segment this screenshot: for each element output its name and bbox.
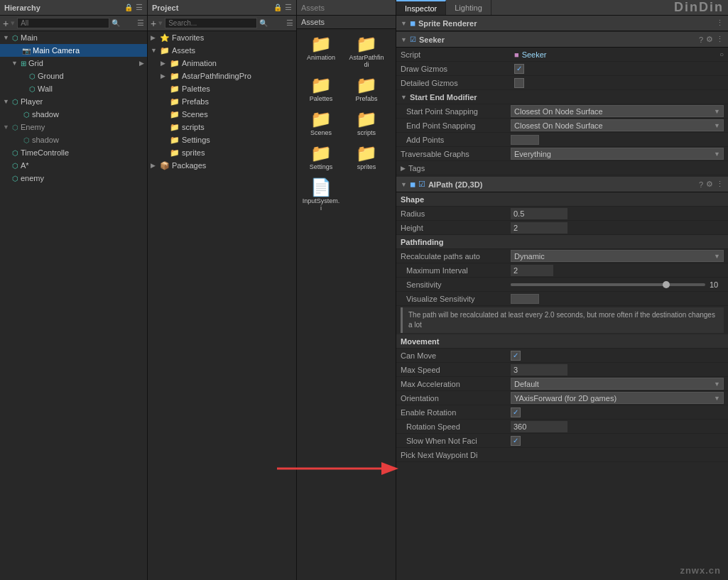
seeker-help-icon[interactable]: ? bbox=[699, 35, 703, 44]
list-item[interactable]: ⬡ A* bbox=[0, 159, 147, 172]
list-item[interactable]: ⬡ shadow bbox=[0, 133, 147, 146]
slow-when-not-facing-checkbox[interactable]: ✓ bbox=[511, 436, 521, 446]
list-item[interactable]: ⬡ shadow bbox=[0, 108, 147, 121]
start-point-snapping-dropdown[interactable]: Closest On Node Surface ▼ bbox=[511, 105, 724, 117]
tags-row: ▶ Tags bbox=[396, 161, 728, 175]
list-item[interactable]: ▼ ⬡ Main bbox=[0, 31, 147, 44]
inspector-panel-header: Inspector Lighting DinDin bbox=[396, 0, 728, 16]
toolbar-divider: ▾ bbox=[11, 18, 15, 28]
seeker-header[interactable]: ▼ ☑ Seeker ? ⚙ ⋮ bbox=[396, 32, 728, 48]
max-interval-input[interactable] bbox=[511, 265, 553, 276]
traversable-chevron-icon: ▼ bbox=[714, 151, 720, 158]
inspector-tab[interactable]: Inspector bbox=[396, 0, 446, 15]
enable-rotation-checkbox[interactable]: ✓ bbox=[511, 407, 521, 417]
asset-folder-sprites[interactable]: 📁 sprites bbox=[345, 141, 388, 173]
list-item[interactable]: 📁 Prefabs bbox=[148, 95, 296, 108]
asset-folder-settings[interactable]: 📁 Settings bbox=[300, 141, 342, 173]
max-acceleration-dropdown[interactable]: Default ▼ bbox=[511, 378, 724, 390]
seeker-draw-gizmos-checkbox[interactable]: ✓ bbox=[514, 64, 524, 74]
seeker-script-pick-icon[interactable]: ○ bbox=[719, 50, 724, 58]
aipath-menu-icon[interactable]: ⋮ bbox=[716, 180, 724, 189]
asset-file-inputsystem[interactable]: 📄 InputSystem.i bbox=[300, 175, 342, 214]
sensitivity-label: Sensitivity bbox=[401, 280, 511, 289]
start-point-snapping-row: Start Point Snapping Closest On Node Sur… bbox=[396, 104, 728, 119]
max-speed-row: Max Speed bbox=[396, 363, 728, 377]
asset-folder-scenes[interactable]: 📁 Scenes bbox=[300, 107, 342, 138]
asset-folder-palettes[interactable]: 📁 Palettes bbox=[300, 73, 342, 104]
max-interval-label: Maximum Interval bbox=[401, 266, 511, 275]
hierarchy-toolbar: + ▾ 🔍 ☰ bbox=[0, 16, 147, 31]
list-item[interactable]: 📷 Main Camera bbox=[0, 44, 147, 57]
asset-folder-prefabs[interactable]: 📁 Prefabs bbox=[345, 73, 388, 104]
aipath-enabled-checkbox[interactable]: ☑ bbox=[418, 180, 425, 189]
lighting-tab[interactable]: Lighting bbox=[446, 0, 491, 15]
list-item[interactable]: ▶ ⭐ Favorites bbox=[148, 31, 296, 44]
start-end-modifier-header[interactable]: ▼ Start End Modifier bbox=[396, 90, 728, 104]
list-item[interactable]: ▼ 📁 Assets bbox=[148, 44, 296, 57]
list-item[interactable]: ⬡ enemy bbox=[0, 172, 147, 185]
project-search-input[interactable] bbox=[165, 18, 257, 28]
visualize-sensitivity-row: Visualize Sensitivity bbox=[396, 292, 728, 306]
list-item[interactable]: ▼ ⊞ Grid ▶ bbox=[0, 57, 147, 70]
aipath-help-icon[interactable]: ? bbox=[699, 180, 703, 189]
seeker-arrow: ▼ bbox=[401, 36, 407, 43]
list-item[interactable]: 📁 Scenes bbox=[148, 108, 296, 121]
list-item[interactable]: ▼ ⬡ Player bbox=[0, 95, 147, 108]
project-lock-icon[interactable]: 🔒 bbox=[273, 4, 282, 11]
aipath-header[interactable]: ▼ ◼ ☑ AIPath (2D,3D) ? ⚙ ⋮ bbox=[396, 177, 728, 192]
seeker-menu-icon[interactable]: ⋮ bbox=[716, 35, 724, 44]
sensitivity-slider[interactable] bbox=[511, 283, 705, 286]
max-speed-input[interactable] bbox=[511, 364, 567, 376]
project-add-btn[interactable]: + bbox=[151, 18, 156, 29]
assets-grid-panel: Assets 📁 Animation 📁 AstarPathfindi 📁 Pa… bbox=[297, 16, 396, 580]
sprite-renderer-menu[interactable]: ⋮ bbox=[716, 18, 724, 28]
hierarchy-search-input[interactable] bbox=[17, 18, 109, 28]
radius-input[interactable] bbox=[511, 208, 567, 219]
hierarchy-menu-icon[interactable]: ☰ bbox=[136, 3, 143, 12]
add-btn[interactable]: + bbox=[3, 18, 9, 29]
end-point-snapping-dropdown[interactable]: Closest On Node Surface ▼ bbox=[511, 119, 724, 131]
aipath-settings-icon[interactable]: ⚙ bbox=[706, 180, 713, 189]
movement-title: Movement bbox=[401, 337, 439, 346]
asset-folder-scripts[interactable]: 📁 scripts bbox=[345, 107, 388, 138]
hierarchy-options-icon[interactable]: ☰ bbox=[137, 18, 144, 28]
project-menu-btn[interactable]: ☰ bbox=[286, 18, 293, 28]
project-menu-icon[interactable]: ☰ bbox=[285, 3, 292, 12]
sensitivity-slider-thumb[interactable] bbox=[663, 281, 670, 288]
can-move-checkbox[interactable]: ✓ bbox=[511, 351, 521, 361]
sprite-renderer-arrow: ▼ bbox=[401, 20, 407, 27]
rotation-speed-input[interactable] bbox=[511, 421, 567, 432]
list-item[interactable]: ▼ ⬡ Enemy bbox=[0, 121, 147, 133]
list-item[interactable]: ⬡ Wall bbox=[0, 82, 147, 95]
list-item[interactable]: 📁 scripts bbox=[148, 121, 296, 133]
list-item[interactable]: ⬡ TimeControlle bbox=[0, 146, 147, 159]
seeker-settings-icon[interactable]: ⚙ bbox=[706, 35, 713, 44]
hierarchy-panel-header: Hierarchy 🔒 ☰ bbox=[0, 0, 148, 16]
sprite-renderer-header[interactable]: ▼ ◼ Sprite Renderer ⋮ bbox=[396, 16, 728, 31]
seeker-detailed-gizmos-row: Detailed Gizmos bbox=[396, 76, 728, 90]
max-acceleration-chevron-icon: ▼ bbox=[714, 381, 720, 388]
list-item[interactable]: ⬡ Ground bbox=[0, 70, 147, 82]
project-panel: + ▾ 🔍 ☰ ▶ ⭐ Favorites ▼ 📁 Assets bbox=[148, 16, 297, 580]
asset-folder-astar[interactable]: 📁 AstarPathfindi bbox=[345, 32, 388, 70]
sensitivity-row: Sensitivity 10 bbox=[396, 278, 728, 292]
list-item[interactable]: ▶ 📁 AstarPathfindingPro bbox=[148, 70, 296, 82]
assets-grid-title: Assets bbox=[297, 16, 396, 29]
list-item[interactable]: ▶ 📦 Packages bbox=[148, 159, 296, 172]
assets-panel-header: Assets bbox=[297, 0, 396, 16]
hierarchy-lock-icon[interactable]: 🔒 bbox=[124, 4, 133, 11]
pathfinding-title: Pathfinding bbox=[401, 238, 444, 246]
orientation-dropdown[interactable]: YAxisForward (for 2D games) ▼ bbox=[511, 392, 724, 404]
can-move-row: Can Move ✓ bbox=[396, 349, 728, 363]
list-item[interactable]: 📁 Settings bbox=[148, 133, 296, 146]
list-item[interactable]: 📁 Palettes bbox=[148, 82, 296, 95]
asset-folder-animation[interactable]: 📁 Animation bbox=[300, 32, 342, 70]
recalculate-dropdown[interactable]: Dynamic ▼ bbox=[511, 250, 724, 262]
list-item[interactable]: ▶ 📁 Animation bbox=[148, 57, 296, 70]
traversable-graphs-dropdown[interactable]: Everything ▼ bbox=[511, 148, 724, 160]
list-item[interactable]: 📁 sprites bbox=[148, 146, 296, 159]
assets-header-label: Assets bbox=[301, 4, 325, 12]
seeker-detailed-gizmos-checkbox[interactable] bbox=[514, 78, 524, 88]
seeker-enabled-checkbox[interactable]: ☑ bbox=[410, 35, 416, 43]
height-input[interactable] bbox=[511, 222, 567, 234]
